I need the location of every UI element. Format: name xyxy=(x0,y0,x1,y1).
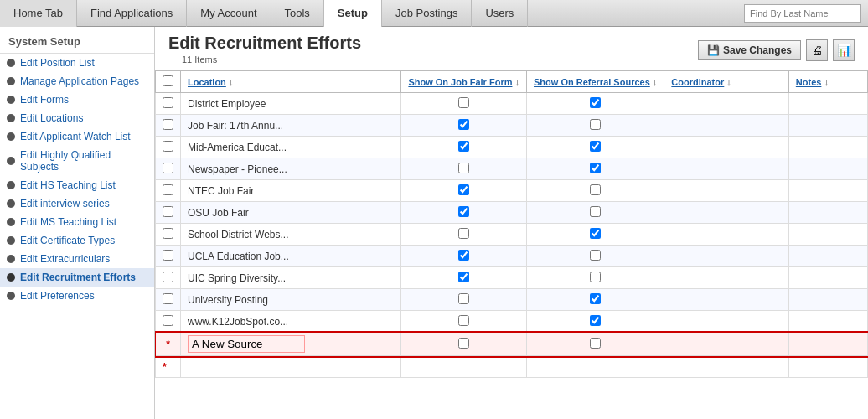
job-fair-cell[interactable] xyxy=(401,115,527,137)
job-fair-checkbox[interactable] xyxy=(458,315,469,326)
tab-job-postings[interactable]: Job Postings xyxy=(382,0,472,27)
location-sort-link[interactable]: Location xyxy=(188,77,226,87)
sidebar-item-extracurriculars[interactable]: Edit Extracurriculars xyxy=(0,250,154,268)
row-checkbox[interactable] xyxy=(163,206,173,217)
row-select-cell[interactable] xyxy=(156,224,181,246)
referral-cell[interactable] xyxy=(527,224,664,246)
sidebar-item-application-pages[interactable]: Manage Application Pages xyxy=(0,72,154,91)
referral-checkbox[interactable] xyxy=(590,228,601,239)
tab-my-account[interactable]: My Account xyxy=(187,0,271,27)
referral-checkbox[interactable] xyxy=(590,206,601,217)
sidebar-item-preferences[interactable]: Edit Preferences xyxy=(0,287,154,305)
row-select-cell[interactable] xyxy=(156,137,181,158)
referral-cell[interactable] xyxy=(527,180,664,202)
new-job-fair-cell[interactable] xyxy=(401,333,527,356)
row-checkbox[interactable] xyxy=(163,228,173,239)
job-fair-cell[interactable] xyxy=(401,158,527,180)
row-select-cell[interactable] xyxy=(156,289,181,311)
referral-checkbox[interactable] xyxy=(590,272,601,282)
sidebar-item-locations[interactable]: Edit Locations xyxy=(0,109,154,127)
notes-sort-link[interactable]: Notes xyxy=(796,77,822,87)
row-select-cell[interactable] xyxy=(156,93,181,115)
referral-checkbox[interactable] xyxy=(590,250,601,261)
new-referral-checkbox[interactable] xyxy=(590,338,601,349)
sidebar-item-ms-teaching[interactable]: Edit MS Teaching List xyxy=(0,213,154,231)
row-checkbox[interactable] xyxy=(163,163,173,173)
col-location[interactable]: Location ↓ xyxy=(181,71,401,93)
row-select-cell[interactable] xyxy=(156,158,181,180)
tab-find-applications[interactable]: Find Applications xyxy=(77,0,187,27)
sidebar-item-interview[interactable]: Edit interview series xyxy=(0,194,154,213)
job-fair-cell[interactable] xyxy=(401,180,527,202)
job-fair-checkbox[interactable] xyxy=(458,293,469,304)
job-fair-sort-link[interactable]: Show On Job Fair Form xyxy=(408,77,512,87)
row-checkbox[interactable] xyxy=(163,315,173,326)
col-coordinator[interactable]: Coordinator ↓ xyxy=(664,71,788,93)
row-select-cell[interactable] xyxy=(156,267,181,289)
job-fair-checkbox[interactable] xyxy=(458,228,469,239)
sidebar-item-hq-subjects[interactable]: Edit Highly Qualified Subjects xyxy=(0,146,154,176)
row-select-cell[interactable] xyxy=(156,115,181,137)
row-checkbox[interactable] xyxy=(163,97,173,108)
sidebar-item-certificate[interactable]: Edit Certificate Types xyxy=(0,231,154,250)
new-source-input[interactable] xyxy=(188,335,305,353)
tab-setup[interactable]: Setup xyxy=(324,0,382,27)
job-fair-checkbox[interactable] xyxy=(458,141,469,152)
job-fair-cell[interactable] xyxy=(401,311,527,333)
referral-cell[interactable] xyxy=(527,311,664,333)
referral-checkbox[interactable] xyxy=(590,141,601,152)
referral-checkbox[interactable] xyxy=(590,184,601,195)
col-notes[interactable]: Notes ↓ xyxy=(788,71,867,93)
row-select-cell[interactable] xyxy=(156,202,181,224)
save-button[interactable]: 💾 Save Changes xyxy=(698,40,801,60)
referral-checkbox[interactable] xyxy=(590,97,601,108)
referral-cell[interactable] xyxy=(527,137,664,158)
row-checkbox[interactable] xyxy=(163,119,173,130)
referral-cell[interactable] xyxy=(527,202,664,224)
row-checkbox[interactable] xyxy=(163,272,173,282)
row-select-cell[interactable] xyxy=(156,311,181,333)
tab-home[interactable]: Home Tab xyxy=(0,0,77,27)
row-checkbox[interactable] xyxy=(163,141,173,152)
job-fair-cell[interactable] xyxy=(401,289,527,311)
sidebar-item-hs-teaching[interactable]: Edit HS Teaching List xyxy=(0,176,154,194)
col-job-fair[interactable]: Show On Job Fair Form ↓ xyxy=(401,71,527,93)
job-fair-checkbox[interactable] xyxy=(458,97,469,108)
job-fair-checkbox[interactable] xyxy=(458,250,469,261)
new-source-location[interactable] xyxy=(181,333,401,356)
job-fair-cell[interactable] xyxy=(401,267,527,289)
tab-users[interactable]: Users xyxy=(472,0,528,27)
referral-cell[interactable] xyxy=(527,115,664,137)
referral-checkbox[interactable] xyxy=(590,119,601,130)
select-all-checkbox[interactable] xyxy=(163,75,173,86)
referral-sort-link[interactable]: Show On Referral Sources xyxy=(534,77,650,87)
referral-cell[interactable] xyxy=(527,289,664,311)
new-job-fair-checkbox[interactable] xyxy=(458,338,469,349)
sidebar-item-forms[interactable]: Edit Forms xyxy=(0,91,154,109)
coordinator-sort-link[interactable]: Coordinator xyxy=(671,77,724,87)
job-fair-checkbox[interactable] xyxy=(458,206,469,217)
referral-cell[interactable] xyxy=(527,246,664,267)
job-fair-checkbox[interactable] xyxy=(458,184,469,195)
row-select-cell[interactable] xyxy=(156,246,181,267)
job-fair-cell[interactable] xyxy=(401,93,527,115)
job-fair-cell[interactable] xyxy=(401,224,527,246)
referral-cell[interactable] xyxy=(527,158,664,180)
referral-checkbox[interactable] xyxy=(590,315,601,326)
sidebar-item-watch-list[interactable]: Edit Applicant Watch List xyxy=(0,127,154,146)
tab-tools[interactable]: Tools xyxy=(271,0,324,27)
col-referral[interactable]: Show On Referral Sources ↓ xyxy=(527,71,664,93)
job-fair-cell[interactable] xyxy=(401,137,527,158)
referral-cell[interactable] xyxy=(527,267,664,289)
row-select-cell[interactable] xyxy=(156,180,181,202)
referral-checkbox[interactable] xyxy=(590,163,601,173)
search-input[interactable] xyxy=(744,4,861,23)
job-fair-cell[interactable] xyxy=(401,246,527,267)
job-fair-cell[interactable] xyxy=(401,202,527,224)
print-button[interactable]: 🖨 xyxy=(806,39,828,61)
sidebar-item-recruitment[interactable]: Edit Recruitment Efforts xyxy=(0,268,154,287)
job-fair-checkbox[interactable] xyxy=(458,272,469,282)
referral-checkbox[interactable] xyxy=(590,293,601,304)
sidebar-item-position-list[interactable]: Edit Position List xyxy=(0,54,154,72)
job-fair-checkbox[interactable] xyxy=(458,119,469,130)
